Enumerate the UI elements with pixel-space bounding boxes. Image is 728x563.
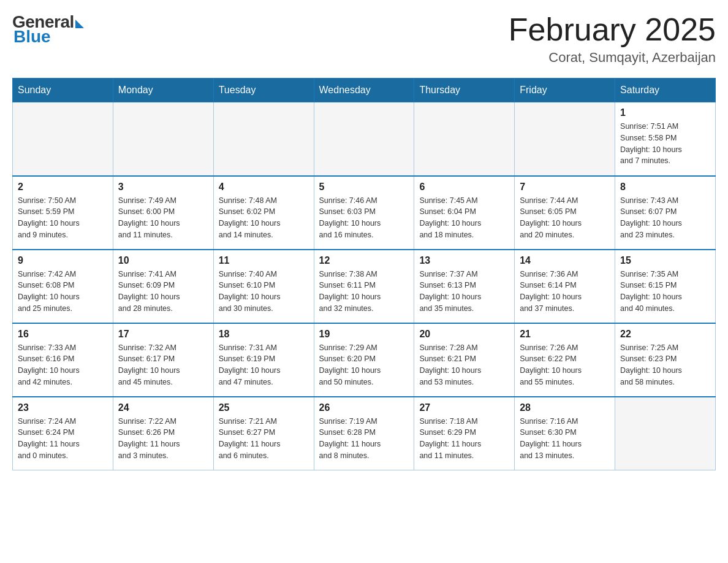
- weekday-header-friday: Friday: [515, 79, 615, 102]
- day-number: 5: [319, 182, 409, 193]
- calendar-cell: [314, 102, 414, 176]
- day-number: 25: [219, 402, 309, 413]
- day-info: Sunrise: 7:42 AMSunset: 6:08 PMDaylight:…: [18, 269, 108, 315]
- calendar-cell: [615, 397, 716, 470]
- calendar-cell: 17Sunrise: 7:32 AMSunset: 6:17 PMDayligh…: [113, 323, 213, 397]
- calendar-cell: 7Sunrise: 7:44 AMSunset: 6:05 PMDaylight…: [515, 176, 615, 250]
- calendar-cell: 25Sunrise: 7:21 AMSunset: 6:27 PMDayligh…: [213, 397, 314, 470]
- calendar-cell: [213, 102, 314, 176]
- calendar-cell: 3Sunrise: 7:49 AMSunset: 6:00 PMDaylight…: [113, 176, 213, 250]
- day-info: Sunrise: 7:21 AMSunset: 6:27 PMDaylight:…: [219, 416, 309, 462]
- day-info: Sunrise: 7:35 AMSunset: 6:15 PMDaylight:…: [620, 269, 710, 315]
- calendar-cell: 8Sunrise: 7:43 AMSunset: 6:07 PMDaylight…: [615, 176, 716, 250]
- calendar-cell: 2Sunrise: 7:50 AMSunset: 5:59 PMDaylight…: [13, 176, 113, 250]
- day-info: Sunrise: 7:25 AMSunset: 6:23 PMDaylight:…: [620, 342, 710, 388]
- calendar-cell: 22Sunrise: 7:25 AMSunset: 6:23 PMDayligh…: [615, 323, 716, 397]
- day-info: Sunrise: 7:22 AMSunset: 6:26 PMDaylight:…: [118, 416, 208, 462]
- calendar-week-5: 23Sunrise: 7:24 AMSunset: 6:24 PMDayligh…: [13, 397, 716, 470]
- day-number: 9: [18, 255, 108, 266]
- day-number: 8: [620, 182, 710, 193]
- weekday-header-row: SundayMondayTuesdayWednesdayThursdayFrid…: [13, 79, 716, 102]
- day-number: 22: [620, 329, 710, 340]
- day-number: 20: [419, 329, 509, 340]
- day-number: 1: [620, 107, 710, 118]
- calendar-week-4: 16Sunrise: 7:33 AMSunset: 6:16 PMDayligh…: [13, 323, 716, 397]
- day-number: 15: [620, 255, 710, 266]
- day-number: 23: [18, 402, 108, 413]
- day-info: Sunrise: 7:51 AMSunset: 5:58 PMDaylight:…: [620, 121, 710, 167]
- calendar-cell: 5Sunrise: 7:46 AMSunset: 6:03 PMDaylight…: [314, 176, 414, 250]
- calendar-cell: [13, 102, 113, 176]
- calendar-cell: 27Sunrise: 7:18 AMSunset: 6:29 PMDayligh…: [414, 397, 515, 470]
- day-number: 24: [118, 402, 208, 413]
- day-number: 3: [118, 182, 208, 193]
- day-number: 13: [419, 255, 509, 266]
- day-info: Sunrise: 7:26 AMSunset: 6:22 PMDaylight:…: [520, 342, 610, 388]
- day-info: Sunrise: 7:40 AMSunset: 6:10 PMDaylight:…: [219, 269, 309, 315]
- title-section: February 2025 Corat, Sumqayit, Azerbaija…: [509, 12, 716, 66]
- day-number: 6: [419, 182, 509, 193]
- day-info: Sunrise: 7:45 AMSunset: 6:04 PMDaylight:…: [419, 195, 509, 241]
- calendar-cell: 24Sunrise: 7:22 AMSunset: 6:26 PMDayligh…: [113, 397, 213, 470]
- weekday-header-saturday: Saturday: [615, 79, 716, 102]
- calendar-cell: 15Sunrise: 7:35 AMSunset: 6:15 PMDayligh…: [615, 250, 716, 323]
- day-info: Sunrise: 7:33 AMSunset: 6:16 PMDaylight:…: [18, 342, 108, 388]
- calendar-cell: [113, 102, 213, 176]
- calendar-cell: 14Sunrise: 7:36 AMSunset: 6:14 PMDayligh…: [515, 250, 615, 323]
- logo: General Blue: [12, 12, 84, 47]
- day-number: 14: [520, 255, 610, 266]
- calendar-cell: 10Sunrise: 7:41 AMSunset: 6:09 PMDayligh…: [113, 250, 213, 323]
- day-number: 7: [520, 182, 610, 193]
- day-number: 28: [520, 402, 610, 413]
- weekday-header-monday: Monday: [113, 79, 213, 102]
- calendar-cell: 11Sunrise: 7:40 AMSunset: 6:10 PMDayligh…: [213, 250, 314, 323]
- day-info: Sunrise: 7:24 AMSunset: 6:24 PMDaylight:…: [18, 416, 108, 462]
- day-number: 26: [319, 402, 409, 413]
- calendar-cell: 12Sunrise: 7:38 AMSunset: 6:11 PMDayligh…: [314, 250, 414, 323]
- location-text: Corat, Sumqayit, Azerbaijan: [509, 50, 716, 66]
- logo-arrow-icon: [75, 20, 84, 28]
- calendar-cell: [515, 102, 615, 176]
- calendar-cell: 20Sunrise: 7:28 AMSunset: 6:21 PMDayligh…: [414, 323, 515, 397]
- day-info: Sunrise: 7:49 AMSunset: 6:00 PMDaylight:…: [118, 195, 208, 241]
- calendar-cell: 6Sunrise: 7:45 AMSunset: 6:04 PMDaylight…: [414, 176, 515, 250]
- day-info: Sunrise: 7:44 AMSunset: 6:05 PMDaylight:…: [520, 195, 610, 241]
- calendar-cell: 4Sunrise: 7:48 AMSunset: 6:02 PMDaylight…: [213, 176, 314, 250]
- calendar-week-3: 9Sunrise: 7:42 AMSunset: 6:08 PMDaylight…: [13, 250, 716, 323]
- day-info: Sunrise: 7:16 AMSunset: 6:30 PMDaylight:…: [520, 416, 610, 462]
- day-number: 27: [419, 402, 509, 413]
- day-info: Sunrise: 7:38 AMSunset: 6:11 PMDaylight:…: [319, 269, 409, 315]
- day-info: Sunrise: 7:41 AMSunset: 6:09 PMDaylight:…: [118, 269, 208, 315]
- page-header: General Blue February 2025 Corat, Sumqay…: [12, 12, 716, 66]
- day-info: Sunrise: 7:18 AMSunset: 6:29 PMDaylight:…: [419, 416, 509, 462]
- day-number: 4: [219, 182, 309, 193]
- calendar-cell: 26Sunrise: 7:19 AMSunset: 6:28 PMDayligh…: [314, 397, 414, 470]
- calendar-cell: 9Sunrise: 7:42 AMSunset: 6:08 PMDaylight…: [13, 250, 113, 323]
- calendar-cell: 23Sunrise: 7:24 AMSunset: 6:24 PMDayligh…: [13, 397, 113, 470]
- calendar-cell: 19Sunrise: 7:29 AMSunset: 6:20 PMDayligh…: [314, 323, 414, 397]
- calendar-cell: 1Sunrise: 7:51 AMSunset: 5:58 PMDaylight…: [615, 102, 716, 176]
- calendar-cell: 16Sunrise: 7:33 AMSunset: 6:16 PMDayligh…: [13, 323, 113, 397]
- day-info: Sunrise: 7:29 AMSunset: 6:20 PMDaylight:…: [319, 342, 409, 388]
- month-title: February 2025: [509, 12, 716, 47]
- calendar-week-1: 1Sunrise: 7:51 AMSunset: 5:58 PMDaylight…: [13, 102, 716, 176]
- day-info: Sunrise: 7:28 AMSunset: 6:21 PMDaylight:…: [419, 342, 509, 388]
- day-info: Sunrise: 7:46 AMSunset: 6:03 PMDaylight:…: [319, 195, 409, 241]
- logo-blue-text: Blue: [13, 27, 51, 47]
- day-info: Sunrise: 7:50 AMSunset: 5:59 PMDaylight:…: [18, 195, 108, 241]
- day-info: Sunrise: 7:32 AMSunset: 6:17 PMDaylight:…: [118, 342, 208, 388]
- calendar-cell: 28Sunrise: 7:16 AMSunset: 6:30 PMDayligh…: [515, 397, 615, 470]
- calendar-table: SundayMondayTuesdayWednesdayThursdayFrid…: [12, 78, 716, 470]
- weekday-header-wednesday: Wednesday: [314, 79, 414, 102]
- day-info: Sunrise: 7:43 AMSunset: 6:07 PMDaylight:…: [620, 195, 710, 241]
- weekday-header-sunday: Sunday: [13, 79, 113, 102]
- day-number: 10: [118, 255, 208, 266]
- weekday-header-thursday: Thursday: [414, 79, 515, 102]
- day-info: Sunrise: 7:19 AMSunset: 6:28 PMDaylight:…: [319, 416, 409, 462]
- day-number: 17: [118, 329, 208, 340]
- day-number: 11: [219, 255, 309, 266]
- calendar-week-2: 2Sunrise: 7:50 AMSunset: 5:59 PMDaylight…: [13, 176, 716, 250]
- day-info: Sunrise: 7:36 AMSunset: 6:14 PMDaylight:…: [520, 269, 610, 315]
- day-number: 21: [520, 329, 610, 340]
- weekday-header-tuesday: Tuesday: [213, 79, 314, 102]
